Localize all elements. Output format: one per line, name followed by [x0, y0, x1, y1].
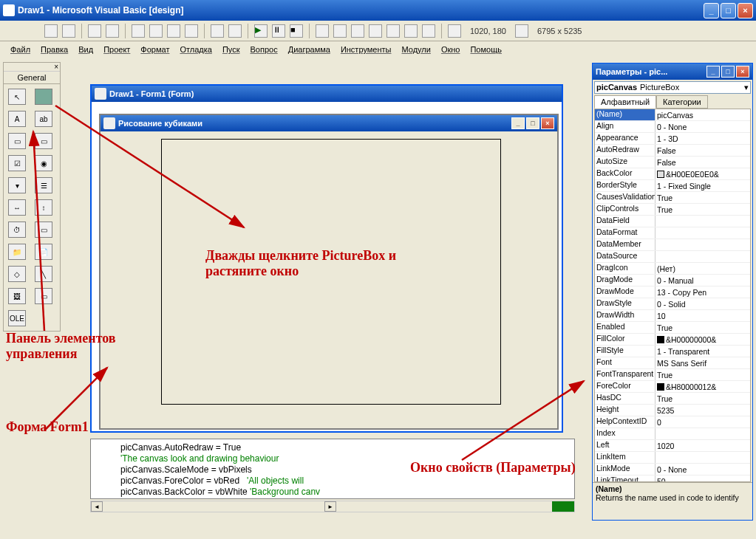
property-row[interactable]: Left1020 — [595, 440, 750, 452]
menu-вид[interactable]: Вид — [74, 44, 98, 55]
close-button[interactable]: × — [738, 3, 753, 18]
menu-файл[interactable]: Файл — [6, 44, 35, 55]
property-row[interactable]: DataMember — [595, 239, 750, 251]
property-row[interactable]: AutoRedrawFalse — [595, 145, 750, 157]
frame-tool[interactable]: ▭ — [8, 133, 26, 149]
property-row[interactable]: ClipControlsTrue — [595, 204, 750, 216]
property-row[interactable]: HelpContextID0 — [595, 416, 750, 428]
property-row[interactable]: HasDCTrue — [595, 393, 750, 405]
menu-отладка[interactable]: Отладка — [175, 44, 216, 55]
menu-инструменты[interactable]: Инструменты — [336, 44, 396, 55]
save-icon[interactable] — [106, 24, 119, 38]
menu-диаграмма[interactable]: Диаграмма — [284, 44, 335, 55]
file-tool[interactable]: 📄 — [35, 244, 52, 260]
property-row[interactable]: Appearance1 - 3D — [595, 133, 750, 145]
property-row[interactable]: AutoSizeFalse — [595, 157, 750, 168]
component-icon[interactable] — [422, 24, 435, 38]
vscroll-tool[interactable]: ↕ — [35, 199, 52, 216]
menu-помощь[interactable]: Помощь — [466, 44, 506, 55]
open-icon[interactable] — [88, 24, 101, 38]
property-row[interactable]: Align0 - None — [595, 121, 750, 133]
property-row[interactable]: DataFormat — [595, 227, 750, 239]
object-browser-icon[interactable] — [369, 24, 382, 38]
property-row[interactable]: CausesValidationTrue — [595, 192, 750, 204]
tab-categorized[interactable]: Категории — [656, 95, 708, 109]
property-row[interactable]: Index — [595, 428, 750, 440]
find-icon[interactable] — [185, 24, 198, 38]
paste-icon[interactable] — [167, 24, 180, 38]
property-row[interactable]: ForeColor&H80000012& — [595, 381, 750, 393]
property-row[interactable]: LinkTimeout50 — [595, 476, 750, 482]
combobox-tool[interactable]: ▾ — [8, 177, 26, 193]
timer-tool[interactable]: ⏱ — [8, 222, 26, 238]
add-form-icon[interactable] — [62, 24, 75, 38]
toolbox-close-icon[interactable]: × — [4, 63, 60, 72]
property-row[interactable]: LinkMode0 - None — [595, 464, 750, 476]
add-project-icon[interactable] — [44, 24, 58, 38]
stop-icon[interactable]: ■ — [290, 24, 303, 38]
property-row[interactable]: DrawWidth10 — [595, 310, 750, 322]
button-tool[interactable]: ▭ — [35, 133, 52, 149]
property-row[interactable]: DrawStyle0 - Solid — [595, 298, 750, 310]
redo-icon[interactable] — [228, 24, 242, 38]
property-row[interactable]: DataSource — [595, 251, 750, 263]
properties-icon[interactable] — [333, 24, 347, 38]
property-row[interactable]: FillStyle1 - Transparent — [595, 346, 750, 357]
data-tool[interactable]: ▭ — [35, 288, 52, 304]
horizontal-scrollbar[interactable]: ◄ ► — [90, 501, 575, 512]
menu-окно[interactable]: Окно — [437, 44, 465, 55]
ole-tool[interactable]: OLE — [8, 310, 26, 326]
pointer-tool[interactable]: ↖ — [8, 89, 26, 105]
props-close-button[interactable]: × — [736, 66, 749, 78]
image-tool[interactable]: 🖼 — [8, 288, 26, 304]
toolbox-tab-general[interactable]: General — [4, 72, 60, 84]
line-tool[interactable]: ╲ — [35, 266, 52, 282]
pause-icon[interactable]: ⏸ — [272, 24, 285, 38]
toolbox-icon[interactable] — [386, 24, 400, 38]
radio-tool[interactable]: ◉ — [35, 155, 52, 171]
property-row[interactable]: EnabledTrue — [595, 322, 750, 334]
property-row[interactable]: FontTransparentTrue — [595, 369, 750, 381]
picturebox-tool[interactable] — [35, 89, 52, 105]
props-maximize-button[interactable]: □ — [721, 66, 735, 78]
props-minimize-button[interactable]: _ — [706, 66, 720, 78]
listbox-tool[interactable]: ☰ — [35, 177, 52, 193]
form-maximize-button[interactable]: □ — [526, 117, 539, 129]
minimize-button[interactable]: _ — [704, 3, 719, 18]
property-row[interactable]: DragMode0 - Manual — [595, 275, 750, 286]
property-row[interactable]: Height5235 — [595, 405, 750, 416]
scroll-left-icon[interactable]: ◄ — [91, 501, 103, 512]
object-selector[interactable]: picCanvasPictureBox ▾ — [594, 81, 751, 94]
property-row[interactable]: DataField — [595, 216, 750, 227]
menu-пуск[interactable]: Пуск — [218, 44, 245, 55]
undo-icon[interactable] — [211, 24, 224, 38]
label-tool[interactable]: A — [8, 111, 26, 127]
resize-grip[interactable] — [552, 501, 574, 512]
dir-tool[interactable]: 📁 — [8, 244, 26, 260]
menu-вопрос[interactable]: Вопрос — [246, 44, 282, 55]
property-row[interactable]: (Name)picCanvas — [595, 109, 750, 121]
property-row[interactable]: BackColor&H00E0E0E0& — [595, 168, 750, 180]
cut-icon[interactable] — [132, 24, 145, 38]
property-row[interactable]: DragIcon(Нет) — [595, 263, 750, 275]
form-minimize-button[interactable]: _ — [511, 117, 525, 129]
drive-tool[interactable]: ▭ — [35, 222, 52, 238]
data-view-icon[interactable] — [404, 24, 418, 38]
properties-grid[interactable]: (Name)picCanvasAlign0 - NoneAppearance1 … — [594, 109, 751, 482]
property-row[interactable]: DrawMode13 - Copy Pen — [595, 286, 750, 298]
menu-модули[interactable]: Модули — [397, 44, 435, 55]
hscroll-tool[interactable]: ↔ — [8, 199, 26, 216]
property-row[interactable]: FillColor&H00000000& — [595, 334, 750, 346]
property-row[interactable]: FontMS Sans Serif — [595, 357, 750, 369]
textbox-tool[interactable]: ab — [35, 111, 52, 127]
checkbox-tool[interactable]: ☑ — [8, 155, 26, 171]
form-layout-icon[interactable] — [351, 24, 364, 38]
maximize-button[interactable]: □ — [721, 3, 736, 18]
project-explorer-icon[interactable] — [316, 24, 329, 38]
property-row[interactable]: LinkItem — [595, 452, 750, 464]
menu-формат[interactable]: Формат — [136, 44, 174, 55]
shape-tool[interactable]: ◇ — [8, 266, 26, 282]
tab-alphabetic[interactable]: Алфавитный — [594, 95, 656, 109]
menu-правка[interactable]: Правка — [36, 44, 72, 55]
copy-icon[interactable] — [149, 24, 163, 38]
